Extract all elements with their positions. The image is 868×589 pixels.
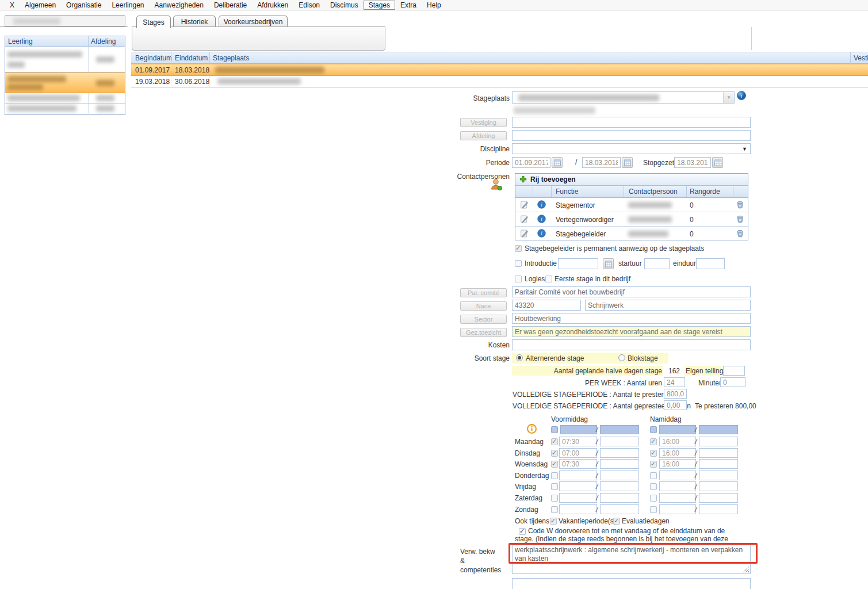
calendar-button[interactable] [712,157,723,168]
menu-aanwezigheden[interactable]: Aanwezigheden [149,1,208,10]
day-checkbox[interactable] [650,472,657,479]
row-edit-button[interactable] [519,200,529,209]
row-info-button[interactable]: i [537,215,546,223]
menu-help[interactable]: Help [422,1,446,10]
nm-end-field[interactable] [699,448,738,458]
day-checkbox[interactable] [551,438,558,445]
menu-afdrukken[interactable]: Afdrukken [252,1,293,10]
eigen-telling-field[interactable] [723,366,745,376]
day-checkbox[interactable] [650,450,657,457]
row-info-button[interactable]: i [537,200,546,209]
col-stageplaats[interactable]: Stageplaats [213,54,249,62]
menu-organisatie[interactable]: Organisatie [61,1,106,10]
row-edit-button[interactable] [519,229,529,238]
gez-toezicht-button[interactable]: Gez.toezicht [460,328,507,337]
day-checkbox[interactable] [551,450,558,457]
vm-all-end-field[interactable] [600,425,639,434]
student-row[interactable] [5,47,125,72]
alternerende-radio[interactable] [516,354,523,361]
stage-row-selected[interactable]: 01.09.2017 18.03.2018 [131,64,868,76]
nm-end-field[interactable] [699,471,738,480]
nace-button[interactable]: Nace [460,301,507,311]
day-checkbox[interactable] [650,438,657,445]
row-edit-button[interactable] [519,215,529,224]
stopgezet-field[interactable] [674,157,711,168]
class-tab[interactable] [5,15,125,26]
menu-extra[interactable]: Extra [395,1,422,10]
col-rangorde[interactable]: Rangorde [690,188,720,196]
menu-stages[interactable]: Stages [364,1,395,10]
sector-field[interactable] [512,313,751,324]
day-checkbox[interactable] [551,506,558,513]
day-checkbox[interactable] [650,506,657,513]
par-comite-button[interactable]: Par. comité [460,288,507,297]
nm-end-field[interactable] [699,481,738,491]
per-week-field[interactable] [664,377,685,387]
vm-start-field[interactable] [559,481,597,491]
col-contactpersoon[interactable]: Contactpersoon [629,188,678,196]
logies-checkbox[interactable] [515,276,522,282]
menu-deliberatie[interactable]: Deliberatie [209,1,252,10]
nace-code-field[interactable] [512,300,581,311]
menu-close[interactable]: X [5,1,20,10]
day-checkbox[interactable] [650,495,657,502]
vm-end-field[interactable] [600,448,639,458]
gez-toezicht-field[interactable] [512,326,751,337]
student-row[interactable] [5,104,125,114]
day-checkbox[interactable] [551,483,558,490]
sector-button[interactable]: Sector [460,315,507,324]
contact-person-button[interactable] [490,178,503,191]
nm-start-field[interactable] [659,448,696,458]
vm-end-field[interactable] [600,493,639,503]
gepresteerd-field[interactable] [664,400,687,410]
discipline-select[interactable]: ▼ [512,143,751,154]
nace-name-field[interactable] [585,300,751,311]
col-leerling[interactable]: Leerling [8,37,33,45]
combo-arrow-button[interactable]: ▼ [723,92,734,103]
afdeling-button[interactable]: Afdeling [460,131,507,140]
vm-end-field[interactable] [600,471,639,480]
tab-stages[interactable]: Stages [136,16,171,28]
student-row-selected[interactable] [5,72,125,93]
nm-end-field[interactable] [699,437,738,446]
einduur-field[interactable] [696,258,725,269]
afdeling-field[interactable] [512,130,751,141]
day-checkbox[interactable] [650,461,657,468]
vestiging-button[interactable]: Vestiging [460,118,507,127]
permanent-checkbox[interactable] [515,245,522,252]
row-delete-button[interactable]: ♻ [736,200,744,209]
vm-end-field[interactable] [600,437,639,446]
col-vestiging[interactable]: Vestiging [854,54,868,62]
evaluatie-checkbox[interactable] [613,518,620,525]
vm-end-field[interactable] [600,481,639,491]
menu-edison[interactable]: Edison [293,1,325,10]
stageplaats-info-button[interactable]: i [737,91,746,100]
nm-end-field[interactable] [699,493,738,503]
nm-all-end-field[interactable] [699,425,738,434]
vm-end-field[interactable] [600,459,639,469]
blokstage-radio[interactable] [618,354,625,361]
par-comite-field[interactable] [512,286,751,297]
stageplaats-combobox[interactable]: ▼ [512,91,735,104]
introductie-checkbox[interactable] [515,260,522,267]
nm-all-start-field[interactable] [659,425,696,434]
extra-textarea[interactable] [512,578,751,589]
vm-start-field[interactable] [559,471,597,480]
add-row-bar[interactable]: Rij toevoegen [515,174,748,186]
nm-end-field[interactable] [699,459,738,469]
minuten-field[interactable] [720,377,745,387]
nm-end-field[interactable] [699,504,738,514]
tab-historiek[interactable]: Historiek [173,16,216,28]
vm-start-field[interactable] [559,459,597,469]
verw-bekw-textarea[interactable]: werkplaatsschrijnwerk : algemene schrijn… [512,545,751,574]
calendar-button[interactable] [622,157,633,168]
eerste-stage-checkbox[interactable] [545,276,552,282]
menu-discimus[interactable]: Discimus [325,1,364,10]
vm-start-field[interactable] [559,448,597,458]
calendar-button[interactable] [552,157,563,168]
row-info-button[interactable]: i [537,229,546,238]
col-einddatum[interactable]: Einddatum [175,54,208,62]
vakantie-checkbox[interactable] [550,518,557,525]
col-functie[interactable]: Functie [556,188,578,196]
calendar-button[interactable] [603,258,614,269]
